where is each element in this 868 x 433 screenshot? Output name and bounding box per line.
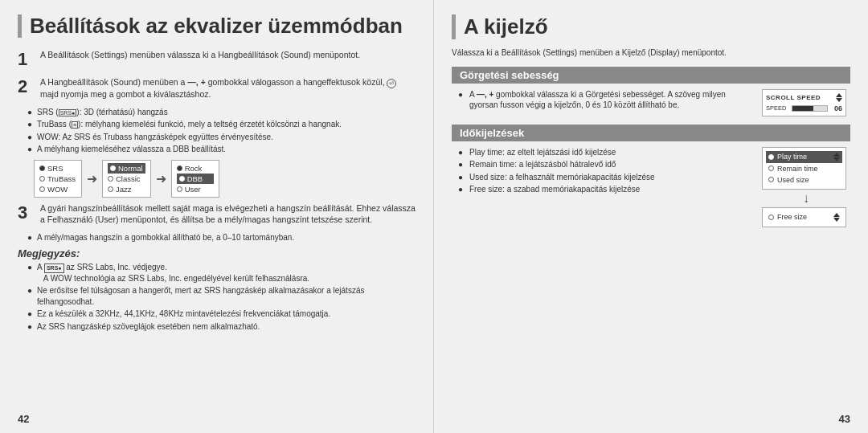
soundbox-2-normal: Normal bbox=[108, 163, 145, 174]
progress-fill-scroll bbox=[792, 106, 813, 111]
note-dot-1: ● bbox=[27, 262, 37, 273]
widget-title-row: SCROLL SPEED bbox=[766, 93, 842, 102]
time-dot-3: ● bbox=[458, 172, 469, 183]
radio-user bbox=[177, 186, 182, 192]
note-text-4: Az SRS hangzáskép szöveglájok esetében n… bbox=[37, 321, 260, 333]
step-1-number: 1 bbox=[18, 49, 34, 70]
left-title: Beállítások az ekvalizer üzemmódban bbox=[18, 14, 416, 38]
note-dot-4: ● bbox=[27, 321, 37, 333]
time-dot-2: ● bbox=[458, 159, 469, 170]
note-dot-2: ● bbox=[27, 285, 37, 296]
page-number-left: 42 bbox=[18, 413, 29, 425]
arrow-down-time: ↓ bbox=[762, 191, 850, 206]
note-bullet-1: ● A SRS● az SRS Labs, Inc. védjegye. A W… bbox=[27, 262, 416, 284]
time-bullet-3: ● Used size: a felhasznált memóriakapaci… bbox=[458, 172, 754, 183]
soundbox-1-trubass: TruBass bbox=[39, 174, 76, 184]
step-1: 1 A Beállítások (Settings) menüben válas… bbox=[18, 49, 416, 70]
time-widget-bottom: Free size bbox=[762, 207, 846, 227]
radio-remain bbox=[768, 165, 774, 171]
bullet-dot-1: ● bbox=[27, 107, 37, 118]
time-bullet-text-1: Play time: az eltelt lejátszási idő kije… bbox=[469, 147, 616, 158]
note-dot-3: ● bbox=[27, 308, 37, 320]
time-item-remain: Remain time bbox=[766, 163, 842, 174]
time-bullet-2: ● Remain time: a lejátszásból hátralevő … bbox=[458, 159, 754, 170]
radio-normal bbox=[110, 165, 116, 171]
arrow-right-1: ➜ bbox=[87, 171, 97, 186]
widget-arrows-scroll bbox=[836, 93, 842, 102]
tri-up-free bbox=[833, 213, 840, 217]
step-3-number: 3 bbox=[18, 202, 34, 223]
time-label-playtime: Play time bbox=[777, 153, 807, 161]
right-intro: Válassza ki a Beállítások (Settings) men… bbox=[452, 47, 850, 59]
radio-free bbox=[768, 214, 774, 220]
step-2-number: 2 bbox=[18, 76, 34, 97]
note-text-1: A SRS● az SRS Labs, Inc. védjegye. A WOW… bbox=[37, 262, 309, 284]
section-time-header: Időkijelzések bbox=[452, 125, 850, 141]
bullet-dot-2: ● bbox=[27, 119, 37, 130]
time-bullet-1: ● Play time: az eltelt lejátszási idő ki… bbox=[458, 147, 754, 158]
radio-wow bbox=[39, 186, 45, 192]
time-widget-box: Play time Remain time Used size bbox=[762, 147, 846, 190]
note-bullet-2: ● Ne erősítse fel túlságosan a hangerőt,… bbox=[27, 285, 416, 307]
bullet-trubass: ● TruBass (≡): mélyhang kiemelési funkci… bbox=[27, 119, 416, 130]
radio-playtime bbox=[768, 154, 774, 160]
section-scroll-content: ● A —, + gombokkal válassza ki a Görgeté… bbox=[452, 89, 850, 116]
radio-dbb bbox=[179, 176, 185, 182]
tri-up-scroll bbox=[836, 93, 842, 97]
widget-value-scroll: 06 bbox=[831, 104, 842, 112]
bullet-wow: ● WOW: Az SRS és Trubass hangzásképek eg… bbox=[27, 132, 416, 143]
widget-bar-row: SPEED 06 bbox=[766, 104, 842, 112]
note-section: Megjegyzés: ● A SRS● az SRS Labs, Inc. v… bbox=[18, 247, 416, 332]
progress-bar-scroll bbox=[792, 105, 828, 112]
page-spread: Beállítások az ekvalizer üzemmódban 1 A … bbox=[0, 0, 868, 433]
time-item-used: Used size bbox=[766, 174, 842, 186]
step-3-bullet: ● A mély/magas hangszín a gombokkal állí… bbox=[27, 232, 416, 243]
page-number-right: 43 bbox=[839, 413, 850, 425]
scroll-speed-box: SCROLL SPEED SPEED 06 bbox=[762, 89, 846, 116]
bullet-trubass-text: TruBass (≡): mélyhang kiemelési funkció,… bbox=[37, 119, 342, 130]
bullet-dbb-text: A mélyhang kiemeléséhez válassza a DBB b… bbox=[37, 144, 226, 155]
tri-down-time bbox=[833, 157, 840, 161]
note-text-2: Ne erősítse fel túlságosan a hangerőt, m… bbox=[37, 285, 416, 307]
radio-rock bbox=[177, 165, 182, 171]
time-dot-1: ● bbox=[458, 147, 469, 158]
soundbox-3-rock: Rock bbox=[177, 163, 214, 174]
time-label-free: Free size bbox=[777, 213, 807, 221]
step-1-text: A Beállítások (Settings) menüben válassz… bbox=[40, 49, 360, 61]
section-time-content: ● Play time: az eltelt lejátszási idő ki… bbox=[452, 147, 850, 227]
time-arrows bbox=[833, 153, 840, 161]
section-scroll-title: Görgetési sebesség bbox=[460, 69, 559, 81]
radio-trubass bbox=[39, 176, 45, 182]
bullet-wow-text: WOW: Az SRS és Trubass hangzásképek együ… bbox=[37, 132, 273, 143]
time-bullet-text-2: Remain time: a lejátszásból hátralevő id… bbox=[469, 159, 616, 170]
left-page: Beállítások az ekvalizer üzemmódban 1 A … bbox=[0, 0, 434, 433]
section-scroll-text: ● A —, + gombokkal válassza ki a Görgeté… bbox=[452, 89, 754, 116]
time-dot-4: ● bbox=[458, 184, 469, 195]
radio-classic bbox=[108, 176, 113, 182]
section-scroll-header: Görgetési sebesség bbox=[452, 67, 850, 84]
soundbox-1: SRS TruBass WOW bbox=[34, 160, 82, 198]
soundbox-3-dbb: DBB bbox=[177, 174, 214, 184]
widget-title-text: SCROLL SPEED bbox=[766, 94, 821, 101]
soundbox-1-wow: WOW bbox=[39, 184, 76, 194]
soundbox-2-classic: Classic bbox=[108, 174, 145, 184]
soundbox-3-user: User bbox=[177, 184, 214, 194]
bullet-dbb: ● A mélyhang kiemeléséhez válassza a DBB… bbox=[27, 144, 416, 155]
section-time-text: ● Play time: az eltelt lejátszási idő ki… bbox=[452, 147, 754, 227]
soundbox-3: Rock DBB User bbox=[171, 160, 219, 198]
time-bullet-text-3: Used size: a felhasznált memóriakapacitá… bbox=[469, 172, 655, 183]
time-bullets: ● Play time: az eltelt lejátszási idő ki… bbox=[458, 147, 754, 195]
time-widget-container: Play time Remain time Used size bbox=[762, 147, 850, 227]
scroll-dot-1: ● bbox=[458, 89, 469, 100]
section-time-title: Időkijelzések bbox=[460, 127, 524, 139]
time-bullet-4: ● Free size: a szabad memóriakapacitás k… bbox=[458, 184, 754, 195]
note-bullet-4: ● Az SRS hangzáskép szöveglájok esetében… bbox=[27, 321, 416, 333]
right-title: A kijelző bbox=[452, 14, 850, 39]
step-3-bullets: ● A mély/magas hangszín a gombokkal állí… bbox=[27, 232, 416, 243]
bullet-srs-text: SRS (SRS●): 3D (térhatású) hangzás bbox=[37, 107, 168, 118]
step-2-text: A Hangbeállítások (Sound) menüben a —, +… bbox=[40, 76, 416, 100]
soundbox-2-jazz: Jazz bbox=[108, 184, 145, 194]
step-2: 2 A Hangbeállítások (Sound) menüben a —,… bbox=[18, 76, 416, 100]
bullet-dot-4: ● bbox=[27, 144, 37, 155]
step-3-text: A gyári hangszínbeállítások mellett sajá… bbox=[40, 202, 416, 226]
